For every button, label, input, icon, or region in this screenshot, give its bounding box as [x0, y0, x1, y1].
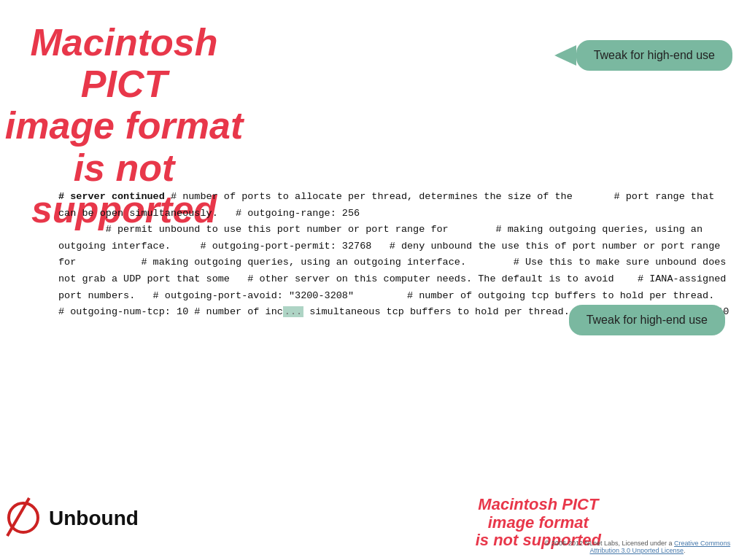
server-config-text: # server continued # number of ports to … — [58, 191, 732, 317]
pict-warning-top-line1: Macintosh PICT — [0, 22, 248, 105]
unbound-label: Unbound — [49, 507, 139, 530]
main-text-block: # server continued # number of ports to … — [58, 188, 732, 320]
callout-top-label: Tweak for high-end use — [594, 49, 715, 62]
pict-warning-bottom-line1: Macintosh PICT — [476, 496, 601, 513]
unbound-logo: Unbound — [7, 498, 139, 538]
callout-mid: Tweak for high-end use — [569, 305, 725, 335]
copyright: © 2006-2012 NLnet Labs, Licensed under a… — [543, 540, 732, 554]
unbound-icon — [7, 498, 47, 538]
callout-top: Tweak for high-end use — [576, 40, 732, 71]
pict-warning-top-line2: image format — [0, 105, 248, 147]
copyright-link[interactable]: Creative Commons Attribution 3.0 Unporte… — [589, 540, 730, 554]
callout-mid-label: Tweak for high-end use — [587, 314, 708, 327]
pict-warning-bottom-line2: image format — [476, 514, 601, 532]
